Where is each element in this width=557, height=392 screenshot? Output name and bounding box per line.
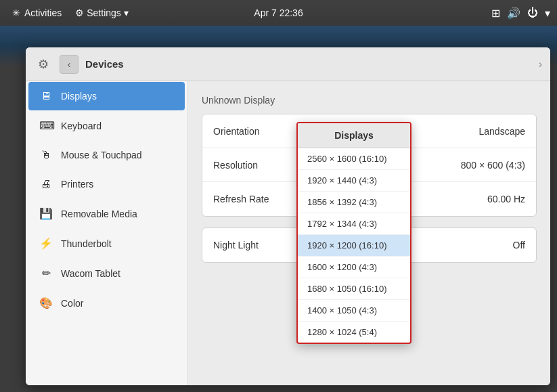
sidebar-item-wacom[interactable]: ✏ Wacom Tablet	[28, 259, 185, 288]
sidebar-item-displays[interactable]: 🖥 Displays	[28, 82, 185, 110]
sidebar-item-color-label: Color	[61, 298, 83, 309]
sidebar-item-thunderbolt[interactable]: ⚡ Thunderbolt	[28, 229, 185, 258]
settings-menu[interactable]: ⚙ Settings ▾	[70, 5, 134, 21]
activities-button[interactable]: ✳ Activities	[7, 5, 67, 21]
thunderbolt-icon: ⚡	[39, 237, 53, 250]
section-title: Unknown Display	[202, 95, 537, 106]
dropdown-item-7[interactable]: 1680 × 1050 (16:10)	[298, 278, 410, 300]
settings-dropdown-arrow: ▾	[124, 7, 129, 18]
main-window: ⚙ ‹ Devices › 🖥 Displays ⌨ Keyboard 🖱 Mo…	[26, 47, 550, 385]
volume-icon[interactable]: 🔊	[507, 7, 520, 20]
dropdown-item-2[interactable]: 1920 × 1440 (4:3)	[298, 170, 410, 192]
settings-icon: ⚙	[75, 7, 84, 18]
content-area: Unknown Display Orientation Landscape Re…	[188, 81, 550, 385]
sidebar-item-removable-label: Removable Media	[61, 209, 137, 219]
back-button[interactable]: ‹	[60, 55, 79, 74]
sidebar-item-color[interactable]: 🎨 Color	[28, 288, 185, 318]
sidebar-item-displays-label: Displays	[61, 91, 97, 102]
dropdown-item-6[interactable]: 1600 × 1200 (4:3)	[298, 257, 410, 278]
activities-icon: ✳	[12, 7, 20, 18]
sidebar: 🖥 Displays ⌨ Keyboard 🖱 Mouse & Touchpad…	[26, 81, 188, 385]
color-icon: 🎨	[39, 297, 53, 309]
sidebar-item-wacom-label: Wacom Tablet	[61, 268, 120, 279]
header-devices-title: Devices	[85, 58, 124, 70]
removable-media-icon: 💾	[39, 207, 53, 220]
sidebar-item-mouse-label: Mouse & Touchpad	[61, 150, 142, 160]
night-light-value: Off	[513, 240, 525, 251]
sidebar-item-printers[interactable]: 🖨 Printers	[28, 170, 185, 198]
refresh-rate-value: 60.00 Hz	[487, 194, 525, 204]
header-gear-icon[interactable]: ⚙	[34, 55, 53, 74]
dropdown-item-8[interactable]: 1400 × 1050 (4:3)	[298, 300, 410, 322]
header-right-arrow: ›	[539, 58, 542, 70]
topbar-datetime: Apr 7 22:36	[254, 7, 303, 18]
dropdown-header: Displays	[298, 123, 410, 148]
settings-label: Settings	[87, 7, 121, 18]
wacom-icon: ✏	[39, 267, 53, 280]
sidebar-item-keyboard-label: Keyboard	[61, 121, 102, 131]
network-icon[interactable]: ⊞	[491, 7, 500, 20]
topbar-right: ⊞ 🔊 ⏻ ▾	[491, 7, 550, 20]
activities-label: Activities	[24, 7, 62, 18]
resolution-dropdown[interactable]: Displays 2560 × 1600 (16:10) 1920 × 1440…	[296, 122, 411, 344]
printer-icon: 🖨	[39, 178, 53, 190]
sidebar-item-keyboard[interactable]: ⌨ Keyboard	[28, 111, 185, 140]
sidebar-item-removable-media[interactable]: 💾 Removable Media	[28, 199, 185, 228]
topbar: ✳ Activities ⚙ Settings ▾ Apr 7 22:36 ⊞ …	[0, 0, 557, 26]
orientation-value: Landscape	[478, 126, 525, 137]
mouse-icon: 🖱	[39, 149, 53, 161]
keyboard-icon: ⌨	[39, 119, 53, 132]
topbar-left: ✳ Activities ⚙ Settings ▾	[7, 5, 134, 21]
sidebar-item-thunderbolt-label: Thunderbolt	[61, 238, 112, 249]
sidebar-item-printers-label: Printers	[61, 179, 93, 190]
displays-icon: 🖥	[39, 90, 53, 102]
dropdown-item-1[interactable]: 2560 × 1600 (16:10)	[298, 148, 410, 170]
resolution-value: 800 × 600 (4:3)	[461, 160, 525, 171]
dropdown-item-5[interactable]: 1920 × 1200 (16:10)	[298, 235, 410, 257]
dropdown-list: 2560 × 1600 (16:10) 1920 × 1440 (4:3) 18…	[298, 148, 410, 343]
window-body: 🖥 Displays ⌨ Keyboard 🖱 Mouse & Touchpad…	[26, 81, 550, 385]
dropdown-item-4[interactable]: 1792 × 1344 (4:3)	[298, 213, 410, 235]
power-icon[interactable]: ⏻	[527, 7, 538, 19]
dropdown-item-3[interactable]: 1856 × 1392 (4:3)	[298, 192, 410, 213]
sidebar-item-mouse-touchpad[interactable]: 🖱 Mouse & Touchpad	[28, 141, 185, 169]
dropdown-item-9[interactable]: 1280 × 1024 (5:4)	[298, 322, 410, 343]
window-header: ⚙ ‹ Devices ›	[26, 47, 550, 81]
system-menu-arrow[interactable]: ▾	[545, 7, 550, 20]
